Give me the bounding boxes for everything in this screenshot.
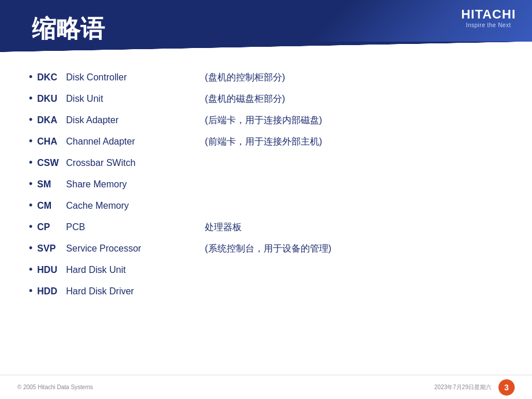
- abbr-full: Hard Disk Unit: [66, 263, 193, 277]
- abbr-desc: (盘机的控制柜部分): [205, 71, 285, 84]
- bullet-icon: •: [29, 112, 32, 128]
- abbr-code: DKC: [37, 71, 66, 84]
- footer: © 2005 Hitachi Data Systems 2023年7月29日星期…: [0, 375, 532, 399]
- logo-sub: Inspire the Next: [461, 22, 516, 28]
- list-item: •DKUDisk Unit(盘机的磁盘柜部分): [29, 91, 503, 106]
- list-item: •HDD Hard Disk Driver: [29, 283, 503, 299]
- abbr-desc: (前端卡，用于连接外部主机): [205, 135, 322, 149]
- abbr-full: Disk Controller: [66, 71, 193, 84]
- bullet-icon: •: [29, 283, 32, 299]
- bullet-icon: •: [29, 155, 32, 171]
- abbr-code: CM: [37, 199, 66, 213]
- abbr-desc: (后端卡，用于连接内部磁盘): [205, 113, 322, 127]
- bullet-icon: •: [29, 134, 32, 149]
- list-item: •DKADisk Adapter(后端卡，用于连接内部磁盘): [29, 112, 503, 128]
- list-item: •CSWCrossbar SWitch: [29, 155, 503, 171]
- page-title: 缩略语: [32, 13, 105, 45]
- bullet-icon: •: [29, 241, 32, 256]
- abbr-code: DKU: [37, 92, 66, 106]
- abbr-full: Disk Unit: [66, 92, 193, 106]
- abbr-code: CHA: [37, 135, 66, 149]
- list-item: •DKCDisk Controller(盘机的控制柜部分): [29, 69, 503, 85]
- abbr-code: HDU: [37, 263, 66, 277]
- abbr-code: CP: [37, 220, 66, 234]
- abbr-desc: 处理器板: [205, 220, 242, 234]
- bullet-icon: •: [29, 219, 32, 235]
- abbr-full: Cache Memory: [66, 199, 193, 213]
- abbr-full: PCB: [66, 220, 193, 234]
- abbr-desc: (系统控制台，用于设备的管理): [205, 242, 331, 256]
- list-item: •SMShare Memory: [29, 176, 503, 192]
- list-item: •CMCache Memory: [29, 198, 503, 213]
- list-item: •HDU Hard Disk Unit: [29, 262, 503, 278]
- abbr-full: Service Processor: [66, 242, 193, 256]
- list-item: •CHAChannel Adapter(前端卡，用于连接外部主机): [29, 134, 503, 149]
- logo-text: HITACHI: [461, 8, 516, 21]
- abbr-desc: (盘机的磁盘柜部分): [205, 92, 285, 106]
- abbr-code: SM: [37, 178, 66, 191]
- page-number: 3: [498, 379, 515, 396]
- abbr-code: DKA: [37, 113, 66, 127]
- header-banner: 缩略语 HITACHI Inspire the Next: [0, 0, 532, 52]
- bullet-icon: •: [29, 91, 32, 106]
- list-item: •SVPService Processor(系统控制台，用于设备的管理): [29, 241, 503, 256]
- bullet-icon: •: [29, 198, 32, 213]
- footer-copyright: © 2005 Hitachi Data Systems: [17, 384, 93, 390]
- bullet-icon: •: [29, 176, 32, 192]
- abbr-code: HDD: [37, 285, 66, 298]
- hitachi-logo: HITACHI Inspire the Next: [461, 8, 516, 28]
- bullet-icon: •: [29, 69, 32, 85]
- abbr-full: Channel Adapter: [66, 135, 193, 149]
- main-content: •DKCDisk Controller(盘机的控制柜部分)•DKUDisk Un…: [0, 58, 532, 373]
- abbr-code: SVP: [37, 242, 66, 256]
- footer-date: 2023年7月29日星期六: [434, 383, 492, 391]
- abbreviation-list: •DKCDisk Controller(盘机的控制柜部分)•DKUDisk Un…: [29, 69, 503, 299]
- list-item: •CPPCB处理器板: [29, 219, 503, 235]
- abbr-code: CSW: [37, 156, 66, 170]
- abbr-full: Hard Disk Driver: [66, 285, 193, 298]
- bullet-icon: •: [29, 262, 32, 278]
- footer-right: 2023年7月29日星期六 3: [434, 379, 515, 396]
- abbr-full: Crossbar SWitch: [66, 156, 193, 170]
- abbr-full: Disk Adapter: [66, 113, 193, 127]
- abbr-full: Share Memory: [66, 178, 193, 191]
